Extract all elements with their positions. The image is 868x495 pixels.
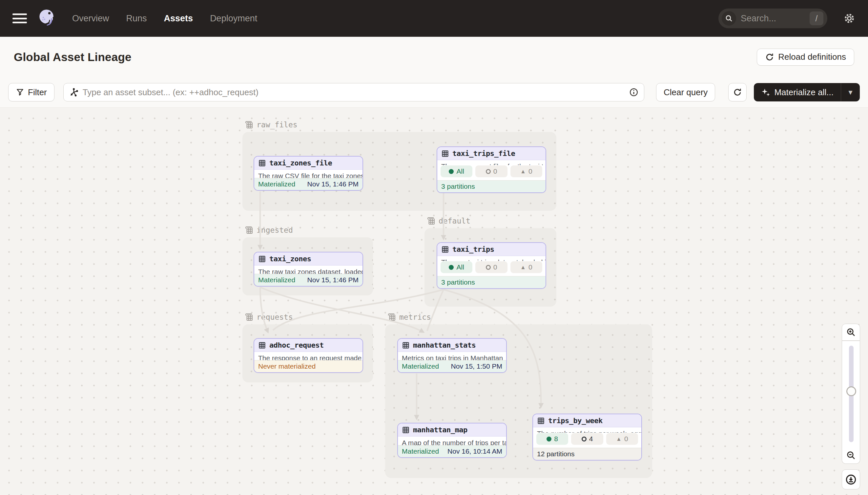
asset-node-trips-by-week[interactable]: trips_by_week The number of trips per we… bbox=[532, 414, 642, 461]
partitions-failed-pill[interactable]: 4 bbox=[571, 433, 603, 445]
zoom-slider[interactable] bbox=[842, 341, 860, 447]
asset-node-taxi-zones-file[interactable]: taxi_zones_file The raw CSV file for the… bbox=[253, 156, 363, 191]
partitions-failed-pill[interactable]: 0 bbox=[475, 166, 507, 177]
failed-ring-icon bbox=[486, 169, 491, 174]
graph-query-icon bbox=[69, 87, 79, 97]
partitions-missing-pill[interactable]: ▲0 bbox=[510, 166, 542, 177]
group-label-ingested[interactable]: ingested bbox=[244, 225, 293, 235]
reload-definitions-button[interactable]: Reload definitions bbox=[757, 49, 854, 66]
page-title: Global Asset Lineage bbox=[14, 51, 131, 64]
search-icon bbox=[722, 11, 736, 25]
table-icon bbox=[402, 426, 410, 434]
materialize-all-button[interactable]: Materialize all... bbox=[754, 83, 841, 101]
table-icon bbox=[258, 159, 266, 167]
refresh-button[interactable] bbox=[728, 83, 747, 101]
zoom-out-button[interactable] bbox=[842, 447, 860, 464]
materialized-dot-icon bbox=[547, 437, 551, 442]
asset-description: The raw parquet files for the taxi trips… bbox=[437, 160, 546, 165]
materialization-status: Never materialized bbox=[258, 362, 316, 370]
asset-node-taxi-trips[interactable]: taxi_trips The raw taxi trips dataset, l… bbox=[437, 242, 546, 289]
sparkle-icon bbox=[761, 88, 770, 97]
group-name: ingested bbox=[256, 226, 293, 234]
materialization-status: Materialized bbox=[402, 362, 439, 370]
asset-node-manhattan-stats[interactable]: manhattan_stats Metrics on taxi trips in… bbox=[397, 338, 507, 373]
group-label-default[interactable]: default bbox=[426, 216, 471, 225]
zoom-in-button[interactable] bbox=[842, 324, 860, 341]
materialization-status: Materialized bbox=[258, 180, 295, 188]
global-search[interactable]: / bbox=[719, 8, 827, 28]
asset-query-input[interactable] bbox=[83, 87, 629, 98]
info-icon[interactable] bbox=[629, 87, 639, 97]
download-graph-button[interactable] bbox=[842, 470, 860, 490]
partitions-missing-pill[interactable]: ▲0 bbox=[606, 433, 638, 445]
asset-node-header: taxi_trips bbox=[437, 243, 546, 256]
materialization-timestamp[interactable]: Nov 16, 10:14 AM bbox=[447, 447, 502, 455]
nav-item-overview[interactable]: Overview bbox=[72, 14, 109, 24]
asset-status-footer: 12 partitions bbox=[533, 448, 641, 460]
gear-icon[interactable] bbox=[843, 12, 855, 24]
dagster-logo[interactable] bbox=[36, 7, 58, 29]
group-icon bbox=[244, 312, 253, 322]
asset-description: The raw taxi trips dataset, loaded into … bbox=[437, 256, 546, 261]
materialize-dropdown-button[interactable]: ▾ bbox=[841, 83, 860, 101]
missing-triangle-icon: ▲ bbox=[520, 264, 526, 270]
materialization-timestamp[interactable]: Nov 15, 1:46 PM bbox=[307, 180, 358, 188]
refresh-icon bbox=[733, 88, 742, 97]
partitions-materialized-pill[interactable]: 8 bbox=[536, 433, 568, 445]
menu-icon[interactable] bbox=[13, 14, 27, 23]
partitions-materialized-pill[interactable]: All bbox=[441, 261, 472, 273]
group-icon bbox=[244, 120, 253, 129]
group-name: raw_files bbox=[256, 120, 298, 129]
lineage-graph-canvas[interactable]: raw_files ingested default requests metr… bbox=[0, 107, 868, 495]
table-icon bbox=[441, 245, 449, 253]
failed-ring-icon bbox=[486, 265, 491, 270]
group-icon bbox=[387, 312, 396, 322]
reload-label: Reload definitions bbox=[778, 52, 846, 62]
graph-zoom-controls bbox=[842, 324, 860, 490]
asset-status-footer: 3 partitions bbox=[437, 276, 546, 288]
lineage-toolbar: Filter Clear query Materialize all... bbox=[0, 77, 868, 107]
materialized-dot-icon bbox=[449, 265, 454, 270]
asset-status-footer: Materialized Nov 15, 1:46 PM bbox=[254, 274, 362, 286]
materialization-timestamp[interactable]: Nov 15, 1:46 PM bbox=[307, 276, 358, 284]
partition-count: 3 partitions bbox=[441, 278, 475, 286]
nav-item-runs[interactable]: Runs bbox=[126, 14, 147, 24]
partitions-materialized-pill[interactable]: All bbox=[441, 166, 472, 177]
zoom-out-icon bbox=[846, 450, 856, 461]
nav-item-assets[interactable]: Assets bbox=[164, 14, 193, 24]
asset-node-manhattan-map[interactable]: manhattan_map A map of the number of tri… bbox=[397, 423, 507, 458]
zoom-in-icon bbox=[846, 327, 856, 338]
asset-node-adhoc-request[interactable]: adhoc_request The response to an request… bbox=[253, 338, 363, 373]
asset-description: The number of trips per week, aggreg... bbox=[533, 427, 641, 433]
asset-name: manhattan_stats bbox=[413, 341, 476, 349]
missing-triangle-icon: ▲ bbox=[520, 169, 526, 174]
filter-button[interactable]: Filter bbox=[8, 83, 54, 101]
failed-ring-icon bbox=[582, 437, 587, 442]
table-icon bbox=[537, 417, 545, 425]
top-navigation-bar: Overview Runs Assets Deployment / bbox=[0, 0, 868, 37]
partitions-missing-pill[interactable]: ▲0 bbox=[510, 261, 542, 273]
asset-node-taxi-trips-file[interactable]: taxi_trips_file The raw parquet files fo… bbox=[437, 147, 546, 193]
group-label-raw-files[interactable]: raw_files bbox=[244, 120, 298, 129]
nav-item-deployment[interactable]: Deployment bbox=[210, 14, 257, 24]
asset-name: taxi_zones bbox=[269, 255, 311, 263]
asset-node-taxi-zones[interactable]: taxi_zones The raw taxi zones dataset, l… bbox=[253, 252, 363, 287]
asset-description: Metrics on taxi trips in Manhattan bbox=[398, 352, 506, 360]
search-input[interactable] bbox=[741, 14, 793, 24]
materialization-timestamp[interactable]: Nov 15, 1:50 PM bbox=[451, 362, 502, 370]
group-label-requests[interactable]: requests bbox=[244, 312, 293, 322]
asset-status-footer: Never materialized bbox=[254, 360, 362, 372]
asset-status-footer: 3 partitions bbox=[437, 180, 546, 192]
group-name: metrics bbox=[399, 313, 431, 321]
clear-query-button[interactable]: Clear query bbox=[656, 83, 715, 101]
asset-node-header: trips_by_week bbox=[533, 414, 641, 427]
partitions-failed-pill[interactable]: 0 bbox=[475, 261, 507, 273]
partition-count: 3 partitions bbox=[441, 183, 475, 190]
zoom-slider-thumb[interactable] bbox=[846, 386, 856, 396]
asset-node-header: taxi_zones bbox=[254, 252, 362, 266]
asset-name: adhoc_request bbox=[269, 341, 324, 349]
search-shortcut-badge: / bbox=[810, 12, 823, 25]
asset-status-footer: Materialized Nov 15, 1:46 PM bbox=[254, 178, 362, 190]
group-name: requests bbox=[256, 313, 293, 321]
group-label-metrics[interactable]: metrics bbox=[387, 312, 431, 322]
